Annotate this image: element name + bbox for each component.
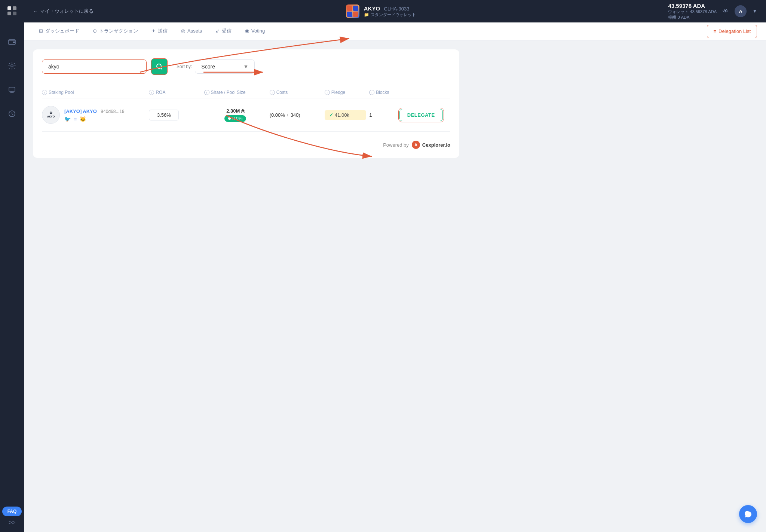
wallet-type: 📁 スタンダードウォレット <box>364 12 416 18</box>
costs-value: (0.00% + 340) <box>270 112 300 118</box>
content-area: Sort by: Score ▼ i Staking Pool i <box>24 40 766 167</box>
pool-socials: 🐦 ≡ 🐱 <box>64 116 125 122</box>
svg-rect-5 <box>13 42 15 43</box>
dropdown-arrow-icon[interactable]: ▼ <box>753 9 757 14</box>
tab-receive[interactable]: ↙ 受信 <box>209 22 238 40</box>
costs-cell: (0.00% + 340) <box>270 111 322 118</box>
hide-balance-icon[interactable]: 👁 <box>723 8 729 15</box>
tab-assets[interactable]: ◎ Assets <box>175 22 208 40</box>
back-button[interactable]: ← マイ・ウォレットに戻る <box>33 8 94 15</box>
wallet-info: AKYO CLHA-9033 📁 スタンダードウォレット <box>364 5 416 18</box>
cexplorer-icon: A <box>412 141 420 149</box>
share-pool-cell: 2.30M ₳ 0.0% <box>204 108 267 122</box>
wallet-sidebar-icon[interactable] <box>5 35 19 49</box>
svg-rect-1 <box>13 6 16 10</box>
th-blocks: i Blocks <box>369 90 395 95</box>
pool-logo: ⚙ AKYO <box>42 106 60 124</box>
exchange-sidebar-icon[interactable] <box>5 83 19 97</box>
chat-button[interactable] <box>739 505 757 523</box>
report-detail: 報酬 0 ADA <box>668 15 717 20</box>
sidebar-logo-icon <box>7 6 17 18</box>
powered-by: Powered by A Cexplorer.io <box>42 141 450 149</box>
roa-cell: 3.56% <box>149 110 201 120</box>
dashboard-icon: ⊞ <box>39 28 43 34</box>
th-costs: i Costs <box>270 90 322 95</box>
expand-sidebar-icon[interactable]: >> <box>9 519 16 526</box>
cexplorer-logo: A Cexplorer.io <box>412 141 450 149</box>
tab-dashboard[interactable]: ⊞ ダッシュボード <box>33 22 85 40</box>
svg-rect-3 <box>13 12 16 15</box>
sort-by-area: Sort by: Score ▼ <box>177 59 255 74</box>
th-pool: i Staking Pool <box>42 90 146 95</box>
sidebar-bottom: FAQ >> <box>2 507 22 526</box>
stake-icon[interactable]: ≡ <box>74 116 77 122</box>
twitter-icon[interactable]: 🐦 <box>64 116 71 122</box>
search-area: Sort by: Score ▼ <box>42 58 450 75</box>
blocks-cell: 1 <box>369 111 395 118</box>
settings-sidebar-icon[interactable] <box>5 59 19 73</box>
costs-info-icon: i <box>270 90 275 95</box>
share-pct: 0.0% <box>224 115 246 122</box>
svg-rect-0 <box>7 6 11 10</box>
sidebar: FAQ >> <box>0 0 24 532</box>
github-icon[interactable]: 🐱 <box>80 116 86 122</box>
delegation-card: Sort by: Score ▼ i Staking Pool i <box>33 49 459 158</box>
svg-point-9 <box>157 64 161 68</box>
share-amount: 2.30M ₳ <box>226 108 244 114</box>
topbar: ← マイ・ウォレットに戻る AKYO CLHA-9033 📁 ス <box>24 0 766 22</box>
tab-transactions[interactable]: ⊙ トランザクション <box>87 22 144 40</box>
user-avatar: A <box>735 5 747 17</box>
pool-info-cell: ⚙ AKYO [AKYO] AKYO 940d68...19 🐦 <box>42 106 146 124</box>
svg-point-6 <box>11 65 13 67</box>
delegate-cell: DELEGATE <box>398 108 450 122</box>
wallet-name: AKYO CLHA-9033 <box>364 5 416 12</box>
th-roa: i ROA <box>149 90 201 95</box>
roa-value: 3.56% <box>149 110 179 120</box>
sort-chevron-icon: ▼ <box>243 64 249 70</box>
topbar-right: 43.59378 ADA ウォレット 43.59378 ADA 報酬 0 ADA… <box>668 3 757 20</box>
receive-icon: ↙ <box>215 28 220 34</box>
svg-rect-2 <box>7 12 11 15</box>
back-arrow-icon: ← <box>33 9 38 14</box>
blocks-info-icon: i <box>369 90 374 95</box>
search-input-wrapper <box>42 59 147 74</box>
main-content: ← マイ・ウォレットに戻る AKYO CLHA-9033 📁 ス <box>24 0 766 532</box>
share-dot <box>228 117 231 120</box>
powered-by-label: Powered by <box>383 142 409 148</box>
table-row: ⚙ AKYO [AKYO] AKYO 940d68...19 🐦 <box>42 98 450 132</box>
pool-info-icon: i <box>42 90 47 95</box>
search-input[interactable] <box>48 64 140 70</box>
roa-info-icon: i <box>149 90 154 95</box>
svg-rect-7 <box>9 87 15 91</box>
nav-tabs: ⊞ ダッシュボード ⊙ トランザクション ✈ 送信 ◎ Assets ↙ 受信 … <box>24 22 766 40</box>
sort-select[interactable]: Score ▼ <box>195 59 255 74</box>
delegate-button[interactable]: DELEGATE <box>399 109 443 121</box>
th-share: i Share / Pool Size <box>204 90 267 95</box>
transactions-icon: ⊙ <box>93 28 97 34</box>
th-pledge: i Pledge <box>325 90 366 95</box>
tab-delegation[interactable]: ≡ Delegation List <box>707 25 757 38</box>
stake-sidebar-icon[interactable] <box>5 107 19 120</box>
ada-amount: 43.59378 ADA <box>668 3 717 9</box>
search-button[interactable] <box>151 58 168 75</box>
share-info-icon: i <box>204 90 209 95</box>
blocks-value: 1 <box>369 112 372 118</box>
send-icon: ✈ <box>151 28 156 34</box>
ada-balance-area: 43.59378 ADA ウォレット 43.59378 ADA 報酬 0 ADA <box>668 3 717 20</box>
wallet-avatar <box>346 4 359 18</box>
pool-details: [AKYO] AKYO 940d68...19 🐦 ≡ 🐱 <box>64 108 125 122</box>
tab-voting[interactable]: ◉ Voting <box>239 22 271 40</box>
assets-icon: ◎ <box>181 28 185 34</box>
faq-button[interactable]: FAQ <box>2 507 22 516</box>
tab-send[interactable]: ✈ 送信 <box>145 22 174 40</box>
pledge-info-icon: i <box>325 90 330 95</box>
wallet-detail: ウォレット 43.59378 ADA <box>668 9 717 15</box>
pledge-cell: ✓ 41.00k <box>325 110 366 120</box>
back-label: マイ・ウォレットに戻る <box>40 8 94 15</box>
pledge-badge: ✓ 41.00k <box>325 110 366 120</box>
sort-label: Sort by: <box>177 64 192 69</box>
table-header: i Staking Pool i ROA i Share / Pool Size… <box>42 87 450 98</box>
content-wrapper: Sort by: Score ▼ i Staking Pool i <box>24 40 766 532</box>
cexplorer-brand: Cexplorer.io <box>422 142 450 148</box>
delegate-button-wrapper: DELEGATE <box>398 108 444 122</box>
